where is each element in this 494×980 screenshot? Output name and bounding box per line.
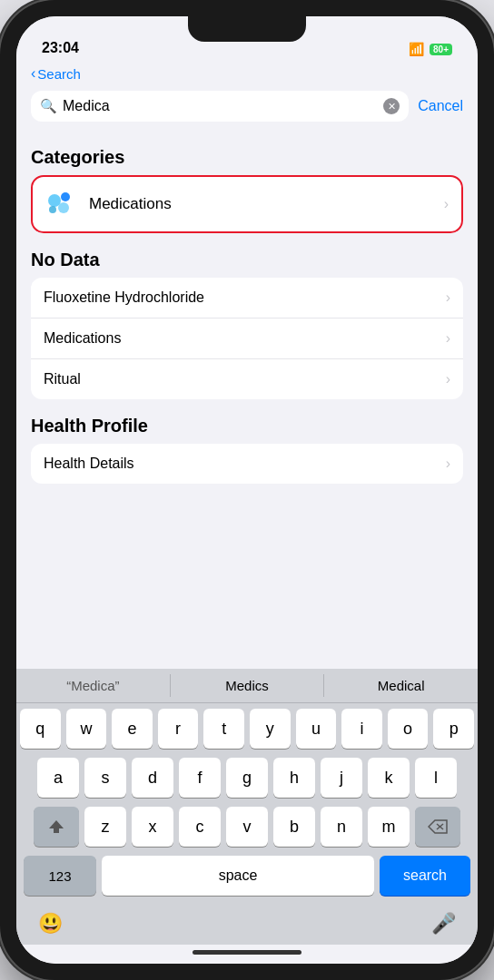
health-details-chevron-icon: › bbox=[446, 456, 450, 472]
no-data-header: No Data bbox=[16, 233, 478, 278]
key-v[interactable]: v bbox=[226, 807, 268, 847]
keyboard: q w e r t y u i o p a s d f g bbox=[16, 703, 478, 905]
search-input[interactable] bbox=[63, 98, 378, 114]
svg-point-2 bbox=[49, 206, 56, 213]
category-medications-chevron: › bbox=[444, 196, 449, 212]
medications-icon bbox=[45, 188, 78, 220]
key-b[interactable]: b bbox=[273, 807, 315, 847]
home-indicator bbox=[193, 950, 301, 955]
key-f[interactable]: f bbox=[179, 758, 221, 798]
svg-marker-4 bbox=[49, 820, 64, 833]
search-key[interactable]: search bbox=[380, 856, 470, 896]
search-icon: 🔍 bbox=[40, 98, 57, 114]
fluoxetine-chevron-icon: › bbox=[446, 289, 450, 306]
category-medications-item[interactable]: Medications › bbox=[31, 175, 463, 233]
key-t[interactable]: t bbox=[203, 709, 244, 749]
key-d[interactable]: d bbox=[132, 758, 173, 798]
key-j[interactable]: j bbox=[321, 758, 362, 798]
list-item[interactable]: Health Details › bbox=[31, 444, 463, 484]
back-link[interactable]: ‹ Search bbox=[31, 65, 463, 82]
battery-badge: 80+ bbox=[430, 44, 452, 55]
wifi-icon: 📶 bbox=[409, 42, 424, 56]
clear-button[interactable]: ✕ bbox=[383, 98, 400, 114]
medications-label: Medications bbox=[44, 330, 446, 347]
notch bbox=[188, 16, 306, 42]
key-c[interactable]: c bbox=[179, 807, 221, 847]
no-data-list: Fluoxetine Hydrochloride › Medications ›… bbox=[31, 278, 463, 399]
fluoxetine-label: Fluoxetine Hydrochloride bbox=[44, 289, 446, 306]
health-details-label: Health Details bbox=[44, 456, 446, 472]
mic-icon[interactable]: 🎤 bbox=[431, 912, 456, 936]
autocomplete-medics[interactable]: Medics bbox=[171, 674, 325, 697]
keyboard-row-2: a s d f g h j k l bbox=[20, 758, 474, 798]
list-item[interactable]: Medications › bbox=[31, 318, 463, 359]
key-s[interactable]: s bbox=[84, 758, 126, 798]
key-q[interactable]: q bbox=[20, 709, 61, 749]
home-bar-row bbox=[16, 945, 478, 964]
keyboard-area: “Medica” Medics Medical q w e r t y u i … bbox=[16, 669, 478, 945]
key-z[interactable]: z bbox=[84, 807, 126, 847]
key-i[interactable]: i bbox=[341, 709, 382, 749]
key-x[interactable]: x bbox=[132, 807, 173, 847]
key-h[interactable]: h bbox=[273, 758, 315, 798]
health-profile-header: Health Profile bbox=[16, 399, 478, 444]
shift-key[interactable] bbox=[34, 807, 79, 847]
status-time: 23:04 bbox=[42, 40, 79, 56]
key-w[interactable]: w bbox=[66, 709, 107, 749]
space-key[interactable]: space bbox=[102, 856, 374, 896]
status-icons: 📶 80+ bbox=[409, 42, 452, 56]
key-e[interactable]: e bbox=[112, 709, 153, 749]
key-u[interactable]: u bbox=[296, 709, 337, 749]
back-label: Search bbox=[37, 66, 81, 82]
autocomplete-row: “Medica” Medics Medical bbox=[16, 669, 478, 703]
search-input-wrapper: 🔍 ✕ bbox=[31, 91, 409, 122]
back-nav: ‹ Search bbox=[16, 62, 478, 85]
health-profile-list: Health Details › bbox=[31, 444, 463, 484]
scroll-content: Categories Medications › No Data Fluoxet… bbox=[16, 131, 478, 669]
key-n[interactable]: n bbox=[321, 807, 362, 847]
keyboard-bottom-row: 123 space search bbox=[20, 856, 474, 903]
key-k[interactable]: k bbox=[368, 758, 410, 798]
autocomplete-medica[interactable]: “Medica” bbox=[16, 674, 171, 697]
key-g[interactable]: g bbox=[226, 758, 268, 798]
phone-frame: 23:04 📶 80+ ‹ Search 🔍 ✕ Cancel bbox=[0, 0, 494, 980]
clear-icon: ✕ bbox=[388, 101, 396, 113]
key-m[interactable]: m bbox=[368, 807, 410, 847]
ritual-chevron-icon: › bbox=[446, 371, 450, 387]
keyboard-row-1: q w e r t y u i o p bbox=[20, 709, 474, 749]
cancel-button[interactable]: Cancel bbox=[418, 98, 463, 114]
search-bar-container: 🔍 ✕ Cancel bbox=[16, 85, 478, 131]
key-r[interactable]: r bbox=[158, 709, 199, 749]
key-y[interactable]: y bbox=[250, 709, 291, 749]
ritual-label: Ritual bbox=[44, 371, 446, 387]
backspace-icon bbox=[428, 819, 448, 834]
medications-chevron-icon: › bbox=[446, 330, 450, 347]
category-medications-label: Medications bbox=[89, 195, 444, 213]
back-chevron-icon: ‹ bbox=[31, 65, 35, 82]
categories-header: Categories bbox=[16, 131, 478, 175]
home-indicator-area: 😃 🎤 bbox=[16, 905, 478, 945]
key-p[interactable]: p bbox=[433, 709, 474, 749]
key-o[interactable]: o bbox=[388, 709, 429, 749]
autocomplete-medical[interactable]: Medical bbox=[324, 674, 478, 697]
numbers-key[interactable]: 123 bbox=[24, 856, 96, 896]
backspace-key[interactable] bbox=[415, 807, 460, 847]
key-l[interactable]: l bbox=[415, 758, 457, 798]
list-item[interactable]: Fluoxetine Hydrochloride › bbox=[31, 278, 463, 318]
svg-point-3 bbox=[58, 202, 69, 213]
phone-screen: 23:04 📶 80+ ‹ Search 🔍 ✕ Cancel bbox=[16, 16, 478, 964]
shift-icon bbox=[47, 818, 65, 836]
list-item[interactable]: Ritual › bbox=[31, 359, 463, 399]
svg-point-1 bbox=[61, 192, 70, 201]
keyboard-row-3: z x c v b n m bbox=[20, 807, 474, 847]
emoji-icon[interactable]: 😃 bbox=[38, 912, 63, 936]
key-a[interactable]: a bbox=[37, 758, 79, 798]
